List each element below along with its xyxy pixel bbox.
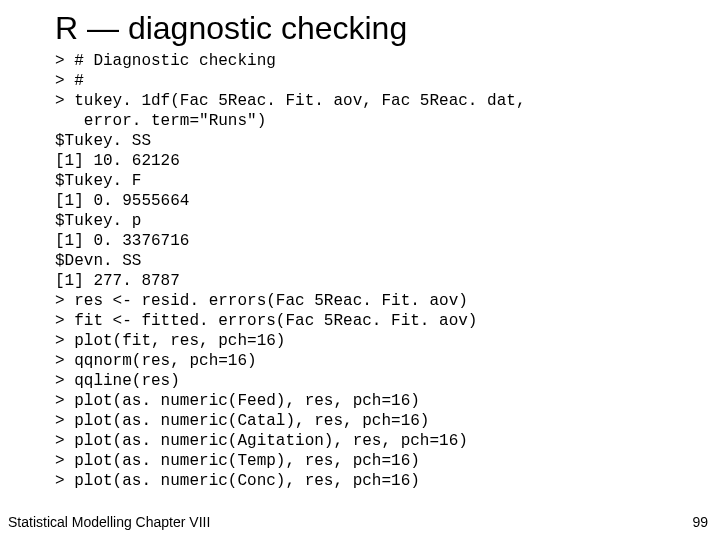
code-block: > # Diagnostic checking > # > tukey. 1df… bbox=[55, 51, 720, 491]
footer-page-number: 99 bbox=[692, 514, 708, 530]
slide-title: R — diagnostic checking bbox=[55, 10, 720, 47]
slide-container: R — diagnostic checking > # Diagnostic c… bbox=[0, 0, 720, 540]
footer-left: Statistical Modelling Chapter VIII bbox=[8, 514, 210, 530]
